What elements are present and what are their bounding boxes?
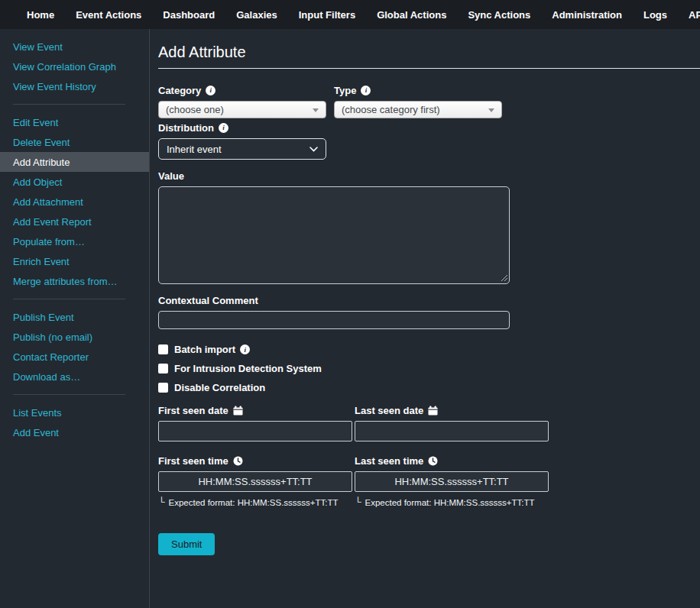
nav-item-administration[interactable]: Administration (541, 9, 633, 21)
nav-item-dashboard[interactable]: Dashboard (152, 9, 225, 21)
dropdown-arrow-icon (488, 108, 494, 112)
sidebar-item-add-event-report[interactable]: Add Event Report (0, 212, 149, 231)
first-seen-date-label: First seen date (158, 404, 352, 416)
calendar-icon (428, 406, 438, 416)
value-label: Value (158, 170, 700, 182)
distribution-label: Distribution i (158, 121, 700, 134)
disable-correlation-label: Disable Correlation (174, 382, 265, 393)
distribution-label-text: Distribution (158, 122, 214, 134)
info-icon[interactable]: i (219, 123, 228, 133)
category-select[interactable]: (choose one) (158, 101, 326, 118)
calendar-icon (233, 406, 243, 416)
sidebar-item-publish-no-email[interactable]: Publish (no email) (0, 327, 149, 347)
contextual-comment-input[interactable] (158, 311, 510, 329)
sidebar-item-enrich-event[interactable]: Enrich Event (0, 251, 149, 271)
last-seen-time-label: Last seen time (355, 454, 549, 467)
submit-button[interactable]: Submit (158, 533, 215, 555)
nav-item-home[interactable]: Home (16, 9, 65, 21)
sidebar-item-publish-event[interactable]: Publish Event (0, 307, 149, 327)
clock-icon (233, 456, 243, 466)
sidebar-item-view-correlation-graph[interactable]: View Correlation Graph (0, 57, 149, 76)
batch-import-checkbox[interactable] (158, 344, 168, 354)
disable-correlation-checkbox[interactable] (158, 383, 168, 393)
first-seen-date-label-text: First seen date (158, 405, 228, 416)
sidebar-item-download-as[interactable]: Download as… (0, 367, 149, 386)
first-seen-time-label: First seen time (158, 454, 352, 467)
nav-item-sync-actions[interactable]: Sync Actions (457, 9, 541, 21)
first-seen-time-hint: └ Expected format: HH:MM:SS.ssssss+TT:TT (158, 498, 352, 507)
sidebar-item-view-event[interactable]: View Event (0, 37, 149, 57)
chevron-down-icon (309, 147, 318, 152)
nav-item-galaxies[interactable]: Galaxies (225, 9, 288, 21)
value-label-text: Value (158, 170, 184, 182)
sidebar-item-edit-event[interactable]: Edit Event (0, 112, 149, 132)
last-seen-time-label-text: Last seen time (355, 455, 423, 467)
sidebar-item-add-event[interactable]: Add Event (0, 422, 149, 442)
ids-label: For Intrusion Detection System (174, 363, 322, 374)
first-seen-time-input[interactable] (158, 471, 352, 492)
corner-glyph: └ (355, 498, 361, 506)
main-content: Add Attribute Category i (choose one) Ty… (150, 29, 700, 608)
distribution-select-value: Inherit event (167, 144, 222, 155)
first-seen-time-label-text: First seen time (158, 455, 228, 467)
ids-label-text: For Intrusion Detection System (174, 363, 322, 374)
sidebar-item-add-attachment[interactable]: Add Attachment (0, 192, 149, 212)
ids-checkbox[interactable] (158, 364, 168, 374)
disable-correlation-label-text: Disable Correlation (174, 382, 265, 393)
title-divider (158, 68, 700, 69)
value-textarea[interactable] (158, 186, 510, 284)
last-seen-time-hint-text: Expected format: HH:MM:SS.ssssss+TT:TT (365, 498, 535, 507)
dropdown-arrow-icon (313, 108, 319, 112)
sidebar-item-merge-attributes-from[interactable]: Merge attributes from… (0, 271, 149, 291)
sidebar-item-add-attribute[interactable]: Add Attribute (0, 152, 149, 172)
last-seen-date-input[interactable] (355, 421, 549, 441)
type-select-value: (choose category first) (342, 104, 440, 115)
sidebar-divider (13, 104, 125, 105)
distribution-select[interactable]: Inherit event (158, 138, 326, 160)
sidebar-divider (13, 394, 125, 395)
nav-item-event-actions[interactable]: Event Actions (65, 9, 152, 21)
top-navbar: Home Event Actions Dashboard Galaxies In… (0, 0, 700, 29)
last-seen-time-hint: └ Expected format: HH:MM:SS.ssssss+TT:TT (355, 498, 549, 507)
first-seen-time-hint-text: Expected format: HH:MM:SS.ssssss+TT:TT (169, 498, 339, 507)
batch-import-label: Batch import i (174, 344, 250, 355)
nav-item-global-actions[interactable]: Global Actions (366, 9, 457, 21)
sidebar-item-add-object[interactable]: Add Object (0, 172, 149, 192)
contextual-comment-label: Contextual Comment (158, 294, 700, 306)
type-select[interactable]: (choose category first) (334, 101, 502, 118)
nav-item-input-filters[interactable]: Input Filters (288, 9, 366, 21)
category-label-text: Category (158, 85, 201, 96)
last-seen-date-label-text: Last seen date (355, 405, 423, 416)
info-icon[interactable]: i (206, 86, 216, 95)
contextual-comment-label-text: Contextual Comment (158, 295, 258, 306)
corner-glyph: └ (158, 498, 165, 506)
category-label: Category i (158, 84, 326, 96)
batch-import-label-text: Batch import (174, 344, 235, 355)
sidebar-item-delete-event[interactable]: Delete Event (0, 132, 149, 152)
nav-item-logs[interactable]: Logs (633, 9, 678, 21)
type-label-text: Type (334, 85, 356, 96)
last-seen-date-label: Last seen date (355, 404, 549, 416)
sidebar-item-view-event-history[interactable]: View Event History (0, 76, 149, 96)
clock-icon (428, 456, 438, 466)
type-label: Type i (334, 84, 502, 96)
sidebar: View Event View Correlation Graph View E… (0, 29, 150, 608)
category-select-value: (choose one) (166, 104, 224, 115)
sidebar-item-contact-reporter[interactable]: Contact Reporter (0, 347, 149, 367)
nav-item-api[interactable]: API (678, 9, 700, 21)
first-seen-date-input[interactable] (158, 421, 352, 441)
sidebar-item-populate-from[interactable]: Populate from… (0, 231, 149, 251)
page-title: Add Attribute (158, 43, 700, 61)
sidebar-item-list-events[interactable]: List Events (0, 403, 149, 422)
sidebar-divider (13, 299, 125, 299)
last-seen-time-input[interactable] (355, 471, 549, 492)
info-icon[interactable]: i (361, 86, 371, 95)
info-icon[interactable]: i (240, 344, 250, 354)
